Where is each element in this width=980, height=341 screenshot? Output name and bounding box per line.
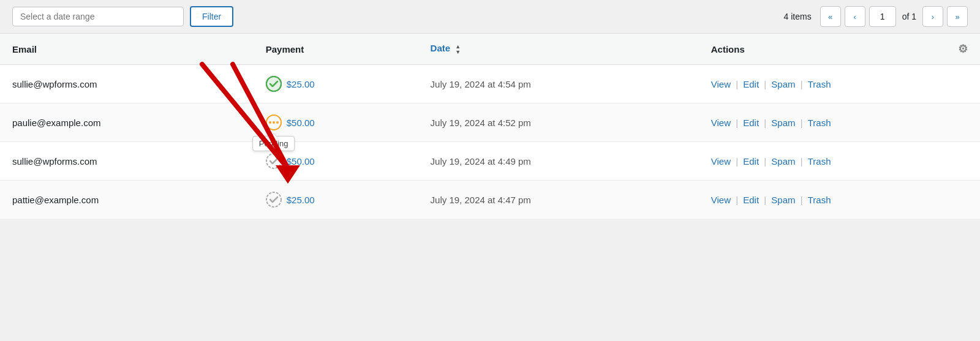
status-icon bbox=[266, 76, 282, 92]
action-view-link[interactable]: View bbox=[711, 195, 731, 205]
items-count: 4 items bbox=[784, 12, 812, 21]
action-separator: | bbox=[733, 195, 741, 205]
action-view-link[interactable]: View bbox=[711, 79, 731, 89]
email-cell: sullie@wpforms.com bbox=[0, 142, 254, 181]
amount-value: $50.00 bbox=[287, 118, 315, 128]
action-separator: | bbox=[733, 79, 741, 89]
action-separator: | bbox=[798, 156, 805, 167]
amount-value: $25.00 bbox=[287, 79, 315, 89]
svg-point-4 bbox=[269, 121, 271, 124]
pending-tooltip: Pending bbox=[252, 136, 295, 151]
status-icon: Pending bbox=[266, 114, 282, 130]
action-spam-link[interactable]: Spam bbox=[771, 118, 795, 128]
svg-point-7 bbox=[266, 154, 281, 168]
action-trash-link[interactable]: Trash bbox=[808, 195, 831, 205]
prev-page-button[interactable]: ‹ bbox=[845, 6, 865, 27]
table-row: pattie@example.com $25.00July 19, 2024 a… bbox=[0, 181, 980, 219]
actions-cell: View | Edit | Spam | Trash bbox=[699, 103, 980, 142]
action-edit-link[interactable]: Edit bbox=[743, 118, 759, 128]
action-spam-link[interactable]: Spam bbox=[771, 156, 795, 167]
table-row: sullie@wpforms.com $25.00July 19, 2024 a… bbox=[0, 65, 980, 103]
table-wrapper: Email Payment Date ▲▼ Actions ⚙ sullie@w… bbox=[0, 34, 980, 219]
action-trash-link[interactable]: Trash bbox=[808, 118, 831, 128]
date-cell: July 19, 2024 at 4:52 pm bbox=[418, 103, 699, 142]
actions-column-header: Actions bbox=[699, 34, 946, 65]
table-row: paulie@example.com Pending$50.00July 19,… bbox=[0, 103, 980, 142]
action-separator: | bbox=[798, 79, 805, 89]
action-separator: | bbox=[733, 156, 741, 167]
email-cell: paulie@example.com bbox=[0, 103, 254, 142]
date-cell: July 19, 2024 at 4:47 pm bbox=[418, 181, 699, 219]
table-header-row: Email Payment Date ▲▼ Actions ⚙ bbox=[0, 34, 980, 65]
action-edit-link[interactable]: Edit bbox=[743, 156, 759, 167]
payment-cell: $25.00 bbox=[254, 65, 418, 103]
action-edit-link[interactable]: Edit bbox=[743, 195, 759, 205]
action-spam-link[interactable]: Spam bbox=[771, 195, 795, 205]
date-cell: July 19, 2024 at 4:54 pm bbox=[418, 65, 699, 103]
actions-cell: View | Edit | Spam | Trash bbox=[699, 142, 980, 181]
page-of-text: of 1 bbox=[902, 12, 916, 21]
action-edit-link[interactable]: Edit bbox=[743, 79, 759, 89]
actions-cell: View | Edit | Spam | Trash bbox=[699, 65, 980, 103]
action-separator: | bbox=[761, 79, 769, 89]
next-page-button[interactable]: › bbox=[922, 6, 943, 27]
pagination-section: 4 items « ‹ of 1 › » bbox=[784, 6, 968, 27]
filter-section: Filter bbox=[12, 6, 233, 27]
amount-value: $25.00 bbox=[287, 195, 315, 205]
status-icon bbox=[266, 153, 282, 169]
email-column-header: Email bbox=[0, 34, 254, 65]
email-cell: sullie@wpforms.com bbox=[0, 65, 254, 103]
actions-cell: View | Edit | Spam | Trash bbox=[699, 181, 980, 219]
action-separator: | bbox=[761, 195, 769, 205]
gear-icon[interactable]: ⚙ bbox=[958, 43, 968, 55]
status-icon bbox=[266, 192, 282, 208]
first-page-button[interactable]: « bbox=[820, 6, 841, 27]
action-separator: | bbox=[798, 118, 805, 128]
action-trash-link[interactable]: Trash bbox=[808, 156, 831, 167]
svg-point-5 bbox=[273, 121, 275, 124]
payment-cell: Pending$50.00 bbox=[254, 103, 418, 142]
action-separator: | bbox=[761, 118, 769, 128]
table-row: sullie@wpforms.com $50.00July 19, 2024 a… bbox=[0, 142, 980, 181]
page-container: Filter 4 items « ‹ of 1 › » Email Paymen… bbox=[0, 0, 980, 341]
date-range-input[interactable] bbox=[12, 7, 184, 26]
action-trash-link[interactable]: Trash bbox=[808, 79, 831, 89]
date-cell: July 19, 2024 at 4:49 pm bbox=[418, 142, 699, 181]
svg-point-8 bbox=[266, 192, 281, 207]
payment-column-header: Payment bbox=[254, 34, 418, 65]
page-number-input[interactable] bbox=[869, 6, 896, 27]
svg-point-6 bbox=[276, 121, 279, 124]
action-separator: | bbox=[761, 156, 769, 167]
last-page-button[interactable]: » bbox=[947, 6, 968, 27]
filter-button[interactable]: Filter bbox=[190, 6, 233, 27]
sort-arrows-icon: ▲▼ bbox=[455, 44, 461, 55]
date-column-header[interactable]: Date ▲▼ bbox=[418, 34, 699, 65]
action-view-link[interactable]: View bbox=[711, 156, 731, 167]
email-cell: pattie@example.com bbox=[0, 181, 254, 219]
top-bar: Filter 4 items « ‹ of 1 › » bbox=[0, 0, 980, 34]
entries-table: Email Payment Date ▲▼ Actions ⚙ sullie@w… bbox=[0, 34, 980, 219]
action-spam-link[interactable]: Spam bbox=[771, 79, 795, 89]
action-separator: | bbox=[798, 195, 805, 205]
amount-value: $50.00 bbox=[287, 156, 315, 167]
action-separator: | bbox=[733, 118, 741, 128]
action-view-link[interactable]: View bbox=[711, 118, 731, 128]
payment-cell: $25.00 bbox=[254, 181, 418, 219]
